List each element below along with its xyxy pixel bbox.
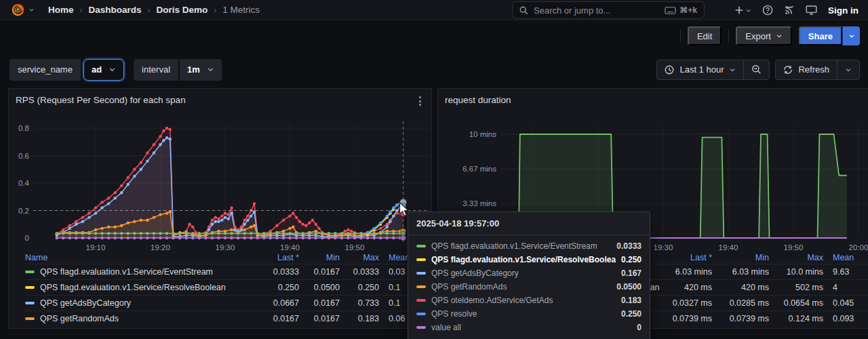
legend-value: 0.0167 bbox=[299, 298, 340, 308]
zoom-out-button[interactable] bbox=[744, 60, 769, 79]
tooltip-series-name: QPS flagd.evaluation.v1.Service/EventStr… bbox=[431, 241, 611, 251]
breadcrumb-current-page: 1 Metrics bbox=[222, 5, 260, 15]
legend-value: 0.0333 bbox=[249, 267, 299, 277]
new-menu-button[interactable] bbox=[734, 5, 751, 15]
svg-text:0.6: 0.6 bbox=[18, 152, 29, 160]
svg-text:0.2: 0.2 bbox=[18, 207, 29, 215]
legend-value: 6.03 mins bbox=[712, 267, 769, 277]
tooltip-series-value: 0.0333 bbox=[616, 241, 642, 251]
news-button[interactable] bbox=[784, 5, 795, 16]
svg-text:0.8: 0.8 bbox=[18, 124, 29, 132]
variable-service-name: service_name ad bbox=[9, 59, 124, 81]
legend-value: 0.0167 bbox=[249, 314, 299, 323]
legend-header[interactable]: Name bbox=[25, 253, 249, 262]
tooltip-series-value: 0 bbox=[637, 323, 642, 332]
breadcrumb-home[interactable]: Home bbox=[48, 5, 74, 15]
share-button[interactable]: Share bbox=[799, 26, 842, 45]
refresh-button[interactable]: Refresh bbox=[776, 60, 837, 79]
legend-value: 0.0285 ms bbox=[712, 298, 769, 308]
tooltip-series-name: QPS oteldemo.AdService/GetAds bbox=[431, 296, 616, 305]
legend-value: 0.045 bbox=[823, 298, 868, 308]
legend-value: 420 ms bbox=[663, 283, 712, 292]
chevron-down-icon bbox=[848, 33, 855, 39]
legend-header[interactable]: Mean bbox=[823, 253, 868, 262]
table-row[interactable]: QPS flagd.evaluation.v1.Service/EventStr… bbox=[25, 264, 427, 279]
legend-series-name[interactable]: QPS flagd.evaluation.v1.Service/EventStr… bbox=[25, 267, 249, 277]
legend-header[interactable]: Min bbox=[712, 253, 769, 262]
interval-select[interactable]: 1m bbox=[180, 59, 222, 81]
table-row[interactable]: QPS flagd.evaluation.v1.Service/ResolveB… bbox=[25, 279, 427, 295]
edit-button[interactable]: Edit bbox=[688, 26, 722, 45]
series-label: QPS getRandomAds bbox=[40, 314, 119, 323]
table-row[interactable]: QPS getRandomAds0.01670.01670.1830.06 bbox=[25, 311, 427, 326]
share-menu-button[interactable] bbox=[842, 26, 860, 45]
breadcrumb-dashboards[interactable]: Dashboards bbox=[89, 5, 142, 15]
svg-text:19:40: 19:40 bbox=[719, 243, 738, 252]
breadcrumb-separator: › bbox=[214, 5, 216, 15]
legend-value: 0.0739 ms bbox=[663, 314, 712, 323]
tooltip-series-value: 0.167 bbox=[621, 268, 642, 278]
legend-header[interactable]: Min bbox=[299, 253, 340, 262]
tooltip-row: QPS resolve0.250 bbox=[408, 307, 650, 321]
series-label: QPS getAdsByCategory bbox=[40, 298, 131, 308]
legend-header[interactable]: Last * bbox=[663, 253, 712, 262]
refresh-group: Refresh bbox=[775, 60, 860, 80]
tooltip-row: QPS getAdsByCategory0.167 bbox=[408, 266, 650, 280]
sign-in-button[interactable]: Sign in bbox=[828, 5, 859, 16]
org-switcher[interactable] bbox=[11, 3, 35, 17]
svg-text:0: 0 bbox=[25, 234, 29, 242]
legend-value: 0.0167 bbox=[299, 314, 340, 323]
grafana-dashboard: Home › Dashboards › Doris Demo › 1 Metri… bbox=[0, 0, 868, 339]
legend-value: 0.733 bbox=[340, 298, 379, 308]
svg-text:19:30: 19:30 bbox=[216, 243, 235, 252]
refresh-icon bbox=[783, 65, 793, 75]
svg-text:19:40: 19:40 bbox=[280, 243, 300, 252]
panel-menu-button[interactable] bbox=[414, 94, 426, 108]
legend-header[interactable]: Max bbox=[769, 253, 823, 262]
chevron-down-icon bbox=[745, 7, 751, 14]
toolbar-divider bbox=[728, 30, 729, 42]
time-range-picker[interactable]: Last 1 hour bbox=[657, 60, 743, 79]
breadcrumb: Home › Dashboards › Doris Demo › 1 Metri… bbox=[48, 5, 260, 15]
table-row[interactable]: QPS getAdsByCategory0.06670.01670.7330.1 bbox=[25, 295, 427, 311]
display-button[interactable] bbox=[806, 5, 817, 16]
breadcrumb-separator: › bbox=[80, 5, 83, 15]
series-color-swatch bbox=[416, 313, 426, 315]
series-color-swatch bbox=[25, 302, 35, 304]
chevron-down-icon bbox=[845, 66, 852, 73]
legend-value: 0.093 bbox=[823, 314, 868, 323]
rss-icon bbox=[784, 5, 795, 16]
tooltip-row: QPS getRandomAds0.0500 bbox=[408, 280, 650, 294]
tooltip-row: value all0 bbox=[408, 321, 650, 334]
chevron-down-icon bbox=[207, 66, 214, 73]
legend-value: 420 ms bbox=[712, 283, 769, 292]
export-button[interactable]: Export bbox=[736, 26, 792, 45]
time-controls: Last 1 hour Refresh bbox=[656, 60, 860, 80]
variable-label: service_name bbox=[9, 59, 81, 81]
search-icon bbox=[519, 6, 528, 15]
panel-title: request duration bbox=[445, 95, 511, 105]
legend-series-name[interactable]: QPS getRandomAds bbox=[25, 314, 249, 323]
tooltip-row: QPS flagd.evaluation.v1.Service/EventStr… bbox=[408, 239, 650, 253]
breadcrumb-dashboard-name[interactable]: Doris Demo bbox=[157, 5, 208, 15]
svg-text:19:10: 19:10 bbox=[86, 243, 106, 252]
legend-value: 0.0327 ms bbox=[663, 298, 712, 308]
legend-value: 0.124 ms bbox=[769, 314, 823, 323]
rps-chart[interactable]: 00.20.40.60.819:1019:2019:3019:4019:50 bbox=[9, 116, 433, 258]
legend-header[interactable]: Last * bbox=[249, 253, 299, 262]
rps-legend-table: NameLast *MinMaxMeanQPS flagd.evaluation… bbox=[25, 252, 427, 326]
breadcrumb-separator: › bbox=[148, 5, 151, 15]
legend-series-name[interactable]: QPS getAdsByCategory bbox=[25, 298, 249, 308]
legend-header[interactable]: Max bbox=[340, 253, 379, 262]
dashboard-controls: service_name ad interval 1m Last 1 hour bbox=[9, 58, 860, 81]
refresh-interval-button[interactable] bbox=[837, 60, 859, 79]
legend-value: 0.183 bbox=[340, 314, 379, 323]
series-color-swatch bbox=[416, 326, 426, 329]
search-input[interactable]: Search or jump to... ⌘+k bbox=[512, 1, 705, 19]
help-button[interactable] bbox=[762, 5, 773, 16]
service-name-select[interactable]: ad bbox=[83, 59, 124, 81]
legend-value: 0.250 bbox=[340, 283, 379, 292]
tooltip-series-name: QPS resolve bbox=[431, 309, 616, 319]
legend-series-name[interactable]: QPS flagd.evaluation.v1.Service/ResolveB… bbox=[25, 283, 249, 292]
mouse-cursor bbox=[399, 202, 410, 217]
